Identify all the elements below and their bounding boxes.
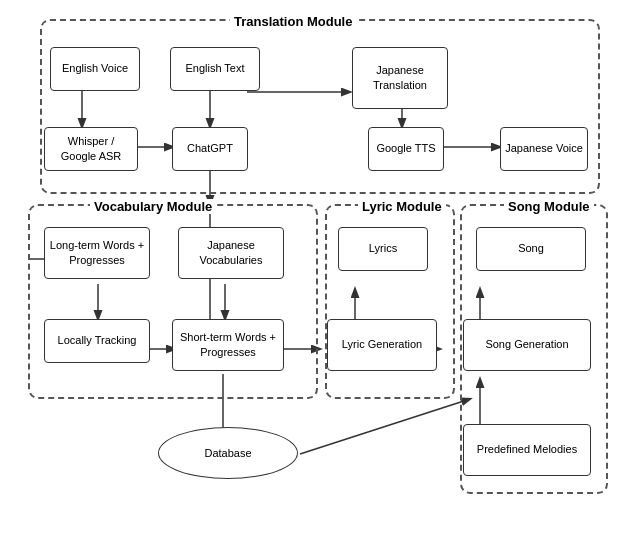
lyrics-box: Lyrics bbox=[338, 227, 428, 271]
google-tts-box: Google TTS bbox=[368, 127, 444, 171]
database-oval: Database bbox=[158, 427, 298, 479]
translation-module-label: Translation Module bbox=[230, 14, 356, 29]
whisper-asr-box: Whisper / Google ASR bbox=[44, 127, 138, 171]
song-generation-box: Song Generation bbox=[463, 319, 591, 371]
lyric-module-label: Lyric Module bbox=[358, 199, 446, 214]
locally-tracking-box: Locally Tracking bbox=[44, 319, 150, 363]
japanese-voice-box: Japanese Voice bbox=[500, 127, 588, 171]
japanese-vocab-box: Japanese Vocabularies bbox=[178, 227, 284, 279]
predefined-melodies-box: Predefined Melodies bbox=[463, 424, 591, 476]
english-voice-box: English Voice bbox=[50, 47, 140, 91]
shortterm-words-box: Short-term Words + Progresses bbox=[172, 319, 284, 371]
vocabulary-module-label: Vocabulary Module bbox=[90, 199, 216, 214]
song-box: Song bbox=[476, 227, 586, 271]
lyric-generation-box: Lyric Generation bbox=[327, 319, 437, 371]
song-module-label: Song Module bbox=[504, 199, 594, 214]
english-text-box: English Text bbox=[170, 47, 260, 91]
longterm-words-box: Long-term Words + Progresses bbox=[44, 227, 150, 279]
chatgpt-box: ChatGPT bbox=[172, 127, 248, 171]
architecture-diagram: Translation Module English Voice English… bbox=[10, 9, 630, 539]
japanese-translation-box: Japanese Translation bbox=[352, 47, 448, 109]
svg-line-16 bbox=[300, 399, 470, 454]
